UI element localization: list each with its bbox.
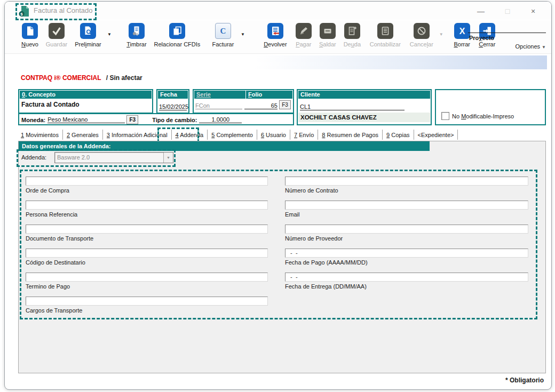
termino-de-pago-label: Termino de Pago — [26, 283, 268, 290]
tab-copias[interactable]: 9 Copias — [383, 130, 414, 140]
concepto-box: 0. Concepto Factura al Contado — [18, 89, 153, 114]
field-numero-de-contrato: Número de Contrato — [285, 175, 528, 194]
field-fecha-de-pago: Fecha de Pago (AAAA/MM/DD) — [285, 247, 528, 266]
saldar-label: Saldar — [319, 41, 336, 47]
maximize-button[interactable]: □ — [497, 5, 518, 18]
preliminar-dropdown-arrow[interactable]: ▼ — [107, 32, 112, 37]
addenda-combobox-button[interactable]: ▼ — [163, 153, 173, 163]
invoice-c-icon: C — [215, 23, 231, 39]
moneda-label: Moneda: — [21, 117, 45, 123]
related-documents-icon — [169, 23, 185, 39]
document-status-text: / Sin afectar — [106, 74, 142, 82]
window-title: Factura al Contado — [34, 6, 93, 14]
addenda-combobox-value: Basware 2.0 — [55, 153, 163, 163]
documento-de-transporte-input[interactable] — [26, 225, 268, 234]
codigo-de-destinatario-input[interactable] — [26, 249, 268, 258]
email-label: Email — [285, 211, 528, 218]
tab-usuario[interactable]: 6 Usuario — [257, 130, 290, 140]
pagar-button[interactable]: Pagar — [293, 20, 314, 47]
moneda-input[interactable]: Peso Mexicano — [47, 116, 125, 123]
devolver-button[interactable]: Devolver — [260, 20, 291, 47]
fecha-de-entrega-input[interactable] — [285, 273, 528, 282]
fecha-caption: Fecha — [158, 91, 188, 99]
numero-de-proveedor-input[interactable] — [285, 225, 528, 234]
tab-complemento[interactable]: 5 Complemento — [208, 130, 257, 140]
timbrar-button[interactable]: Timbrar — [123, 20, 150, 47]
concepto-value[interactable]: Factura al Contado — [19, 99, 152, 108]
tab-envio[interactable]: 7 Envío — [290, 130, 318, 140]
addenda-label: Addenda: — [21, 154, 46, 161]
serie-folio-box: Serie Folio FCon 65 F3 — [193, 89, 294, 114]
orde-de-compra-label: Orde de Compra — [26, 187, 268, 194]
facturar-dropdown-arrow[interactable]: ▼ — [241, 32, 245, 37]
fecha-de-entrega-label: Fecha de Entrega (DD/MM/AA) — [285, 283, 528, 290]
tipo-cambio-input[interactable]: 1.0000 — [199, 116, 242, 123]
preliminar-button[interactable]: Preliminar — [72, 20, 104, 47]
persona-referencia-input[interactable] — [26, 201, 268, 210]
required-note: * Obligatorio — [505, 377, 544, 384]
cliente-code-input[interactable]: CL1 — [300, 103, 405, 110]
field-codigo-de-destinatario: Código de Destinatario — [26, 247, 268, 266]
factura-window: $ Factura al Contado — □ × Nuevo Guardar… — [4, 1, 552, 390]
return-document-icon — [267, 23, 283, 39]
proyecto-label: Proyecto — [469, 35, 494, 41]
saldar-button[interactable]: Saldar — [316, 20, 339, 47]
proyecto-field-group: Proyecto Opciones ▼ — [468, 20, 546, 52]
no-modificable-checkbox[interactable] — [441, 112, 449, 120]
pay-pen-icon — [296, 23, 312, 39]
concepto-caption: 0. Concepto — [20, 91, 152, 99]
nuevo-label: Nuevo — [21, 41, 38, 47]
relacionar-cfdis-button[interactable]: Relacionar CFDIs — [152, 20, 202, 47]
codigo-de-destinatario-label: Código de Destinatario — [26, 259, 268, 266]
settle-card-icon — [320, 23, 336, 39]
chevron-down-icon: ▼ — [166, 156, 170, 159]
nuevo-button[interactable]: Nuevo — [19, 20, 41, 47]
serie-input[interactable]: FCon — [195, 102, 242, 109]
serie-caption: Serie — [196, 91, 211, 98]
close-button[interactable]: × — [522, 5, 544, 18]
screenshot-stage: $ Factura al Contado — □ × Nuevo Guardar… — [0, 0, 555, 392]
fecha-de-pago-input[interactable] — [285, 249, 528, 258]
preview-document-icon — [80, 23, 96, 39]
stamp-document-icon — [129, 23, 145, 39]
addenda-tab-panel: Datos generales de la Addenda: Addenda: … — [18, 141, 546, 373]
guardar-button[interactable]: Guardar — [43, 20, 70, 47]
tab-movimientos[interactable]: 1 Movimientos — [17, 130, 63, 140]
facturar-button[interactable]: C Facturar — [209, 20, 237, 47]
field-fecha-de-entrega: Fecha de Entrega (DD/MM/AA) — [285, 271, 528, 290]
tab-expediente[interactable]: <Expediente> — [414, 130, 458, 140]
tab-informacion-adicional[interactable]: 3 Información Adicional — [103, 130, 172, 140]
fecha-input[interactable]: 15/02/2025 — [159, 103, 187, 110]
cancelar-dropdown-arrow[interactable]: ▼ — [439, 32, 443, 37]
minimize-button[interactable]: — — [470, 5, 491, 18]
opciones-dropdown[interactable]: Opciones ▼ — [516, 43, 546, 50]
folio-f3-button[interactable]: F3 — [279, 100, 291, 109]
new-document-icon — [22, 23, 38, 39]
field-termino-de-pago: Termino de Pago — [26, 271, 268, 290]
cancel-prohibited-icon — [414, 23, 430, 39]
facturar-label: Facturar — [212, 41, 234, 47]
tab-addenda[interactable]: 4 Addenda — [172, 130, 208, 140]
folio-input[interactable]: 65 — [244, 102, 278, 109]
field-cargos-de-transporte: Cargos de Transporte — [26, 295, 268, 314]
tab-resumen-de-pagos[interactable]: 8 Resumen de Pagos — [318, 130, 383, 140]
field-email: Email — [285, 199, 528, 218]
cargos-de-transporte-input[interactable] — [26, 297, 268, 306]
proyecto-input[interactable] — [468, 33, 546, 33]
moneda-f3-button[interactable]: F3 — [126, 115, 138, 124]
field-persona-referencia: Persona Referencia — [26, 199, 268, 218]
cancelar-button[interactable]: Cancelar — [407, 20, 436, 47]
contabilizar-button[interactable]: Contabilizar — [366, 20, 405, 47]
cliente-caption: Cliente — [298, 91, 430, 99]
numero-de-contrato-input[interactable] — [285, 177, 528, 186]
invoice-app-icon: $ — [19, 5, 29, 17]
email-input[interactable] — [285, 201, 528, 210]
tab-generales[interactable]: 2 Generales — [63, 130, 103, 140]
orde-de-compra-input[interactable] — [26, 177, 268, 186]
termino-de-pago-input[interactable] — [26, 273, 268, 282]
persona-referencia-label: Persona Referencia — [26, 211, 268, 218]
cliente-box: Cliente CL1 XOCHILT CASAS CHAVEZ — [297, 89, 432, 125]
deuda-button[interactable]: Deuda — [341, 20, 363, 47]
addenda-combobox[interactable]: Basware 2.0 ▼ — [54, 152, 173, 163]
options-box: No Modificable-Impreso — [435, 89, 546, 125]
